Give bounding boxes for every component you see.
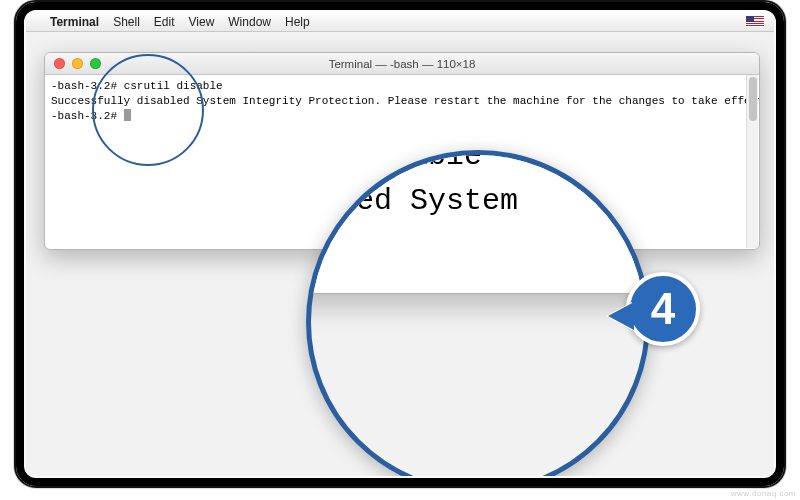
menubar: Terminal Shell Edit View Window Help [26,12,774,32]
minimize-icon[interactable] [72,58,83,69]
window-title: Terminal — -bash — 110×18 [45,58,759,70]
step-number: 4 [651,284,675,334]
menu-shell[interactable]: Shell [113,15,140,29]
output-line: Successfully disabled System Integrity P… [51,95,760,107]
scrollbar-thumb[interactable] [749,77,757,121]
desktop: Terminal — -bash — 110×18 -bash-3.2# csr… [26,32,774,476]
menu-help[interactable]: Help [285,15,310,29]
menu-edit[interactable]: Edit [154,15,175,29]
terminal-body[interactable]: -bash-3.2# csrutil disable Successfully … [45,75,759,249]
cursor-icon [124,109,131,121]
command-text: csrutil disable [124,80,223,92]
close-icon[interactable] [54,58,65,69]
device-frame: Terminal Shell Edit View Window Help Ter… [14,0,786,488]
menu-window[interactable]: Window [228,15,271,29]
screen: Terminal Shell Edit View Window Help Ter… [26,12,774,476]
window-titlebar[interactable]: Terminal — -bash — 110×18 [45,53,759,75]
terminal-window[interactable]: Terminal — -bash — 110×18 -bash-3.2# csr… [44,52,760,250]
traffic-lights [45,58,101,69]
zoom-icon[interactable] [90,58,101,69]
menu-view[interactable]: View [189,15,215,29]
prompt: -bash-3.2# [51,110,117,122]
prompt: -bash-3.2# [51,80,117,92]
step-badge: 4 [626,272,700,346]
watermark: www.donaq.com [731,489,796,498]
menu-terminal[interactable]: Terminal [50,15,99,29]
scrollbar[interactable] [746,75,758,248]
input-source-flag-icon[interactable] [746,16,764,27]
